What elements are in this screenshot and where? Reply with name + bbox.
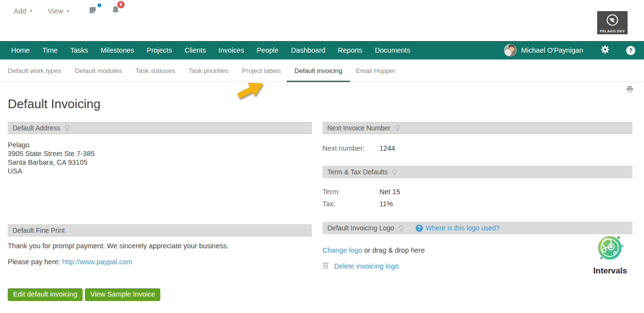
term-value: Net 15 bbox=[379, 188, 400, 196]
notification-count-badge: 6 bbox=[117, 1, 125, 8]
printer-icon bbox=[626, 87, 634, 95]
settings-button[interactable] bbox=[601, 45, 610, 56]
fine-print-pay-line: Please pay here: http://www.paypal.com bbox=[8, 258, 312, 266]
nav-item-milestones[interactable]: Milestones bbox=[94, 46, 140, 54]
section-header-default-invoicing-logo: Default Invoicing Logo ? Where is this l… bbox=[322, 222, 632, 234]
left-column: Default Address Pelago 3905 State Street… bbox=[8, 122, 312, 301]
tax-value: 11% bbox=[379, 200, 393, 208]
nav-item-tasks[interactable]: Tasks bbox=[64, 46, 94, 54]
next-number-label: Next number: bbox=[322, 144, 379, 152]
settings-subnav: Default work types Default modules Task … bbox=[0, 59, 644, 82]
invoicing-logo-preview: Intervals bbox=[592, 233, 629, 276]
where-logo-used-link[interactable]: Where is this logo used? bbox=[426, 224, 500, 232]
section-title: Default Fine Print bbox=[13, 227, 65, 234]
nav-item-clients[interactable]: Clients bbox=[178, 46, 212, 54]
nav-item-home[interactable]: Home bbox=[5, 46, 36, 54]
brand-name: PELAGO DEV bbox=[600, 29, 625, 33]
top-utility-bar: Add ▾ View ▾ 6 bbox=[0, 0, 644, 41]
tab-project-labels[interactable]: Project labels bbox=[235, 67, 288, 82]
tab-default-modules[interactable]: Default modules bbox=[68, 67, 129, 82]
nav-item-projects[interactable]: Projects bbox=[140, 46, 178, 54]
view-menu-label: View bbox=[48, 7, 63, 15]
sticky-note-icon bbox=[88, 9, 97, 16]
logo-caption: Intervals bbox=[592, 266, 629, 276]
add-menu-label: Add bbox=[14, 7, 27, 15]
company-logo[interactable]: PELAGO DEV bbox=[597, 11, 628, 34]
change-logo-line: Change logoor drag & drop here bbox=[322, 246, 632, 254]
nav-item-dashboard[interactable]: Dashboard bbox=[285, 46, 332, 54]
notifications-bell-button[interactable]: 6 bbox=[111, 5, 121, 16]
notes-button[interactable] bbox=[88, 6, 97, 16]
pay-line-prefix: Please pay here: bbox=[8, 258, 62, 266]
unread-indicator-dot bbox=[98, 3, 101, 7]
caret-down-icon: ▾ bbox=[67, 8, 69, 14]
nav-item-reports[interactable]: Reports bbox=[332, 46, 369, 54]
print-button[interactable] bbox=[626, 85, 634, 95]
action-row bbox=[0, 82, 644, 97]
tab-default-invoicing[interactable]: Default invoicing bbox=[288, 67, 349, 82]
user-avatar[interactable] bbox=[504, 44, 517, 57]
address-line: USA bbox=[8, 167, 312, 175]
section-title: Term & Tax Defaults bbox=[327, 168, 388, 176]
view-sample-invoice-button[interactable]: View Sample Invoice bbox=[85, 288, 160, 301]
add-menu-button[interactable]: Add ▾ bbox=[14, 7, 32, 15]
tab-task-priorities[interactable]: Task priorities bbox=[182, 67, 235, 82]
user-name[interactable]: Michael O'Paynigan bbox=[521, 46, 583, 54]
lightbulb-icon[interactable] bbox=[399, 225, 404, 232]
lightbulb-icon[interactable] bbox=[392, 169, 397, 176]
pelago-logo-mark-icon bbox=[605, 13, 619, 29]
default-address-block: Pelago 3905 State Street Ste 7-385 Santa… bbox=[8, 141, 312, 175]
section-header-next-invoice-number: Next Invoice Number bbox=[322, 122, 632, 134]
gear-icon bbox=[601, 48, 610, 56]
term-label: Term: bbox=[322, 188, 379, 196]
drag-drop-text: or drag & drop here bbox=[364, 246, 425, 254]
view-menu-button[interactable]: View ▾ bbox=[48, 7, 69, 15]
button-row: Edit default invoicing View Sample Invoi… bbox=[8, 288, 312, 301]
nav-item-people[interactable]: People bbox=[251, 46, 285, 54]
section-header-default-fine-print: Default Fine Print bbox=[8, 224, 312, 237]
address-line: Santa Barbara, CA 93105 bbox=[8, 158, 312, 167]
section-title: Default Address bbox=[13, 124, 60, 132]
term-row: Term: Net 15 bbox=[322, 188, 632, 196]
paypal-link[interactable]: http://www.paypal.com bbox=[62, 258, 132, 266]
address-line: 3905 State Street Ste 7-385 bbox=[8, 149, 312, 158]
address-line: Pelago bbox=[8, 141, 312, 149]
right-column: Next Invoice Number Next number: 1244 Te… bbox=[322, 122, 632, 301]
bell-icon bbox=[111, 9, 121, 16]
intervals-logo-icon bbox=[594, 257, 627, 265]
edit-default-invoicing-button[interactable]: Edit default invoicing bbox=[8, 288, 83, 301]
tab-default-work-types[interactable]: Default work types bbox=[8, 67, 68, 82]
content-columns: Default Address Pelago 3905 State Street… bbox=[0, 122, 644, 301]
tab-task-statuses[interactable]: Task statuses bbox=[129, 67, 182, 82]
lightbulb-icon[interactable] bbox=[395, 125, 400, 132]
section-title: Default Invoicing Logo bbox=[327, 224, 394, 232]
lightbulb-icon[interactable] bbox=[65, 125, 70, 132]
delete-invoicing-logo-label: Delete invoicing logo bbox=[334, 262, 399, 270]
tax-label: Tax: bbox=[322, 200, 379, 208]
page-title: Default Invoicing bbox=[8, 97, 644, 112]
primary-nav: Home Time Tasks Milestones Projects Clie… bbox=[0, 41, 644, 59]
section-title: Next Invoice Number bbox=[327, 124, 391, 132]
next-number-value: 1244 bbox=[379, 144, 395, 152]
tab-email-hopper[interactable]: Email Hopper bbox=[349, 67, 402, 82]
caret-down-icon: ▾ bbox=[30, 8, 32, 14]
next-number-row: Next number: 1244 bbox=[322, 144, 632, 152]
invoicing-logo-section: Default Invoicing Logo ? Where is this l… bbox=[322, 222, 632, 271]
section-header-term-tax-defaults: Term & Tax Defaults bbox=[322, 166, 632, 178]
trash-icon bbox=[322, 262, 329, 270]
tax-row: Tax: 11% bbox=[322, 200, 632, 208]
nav-item-time[interactable]: Time bbox=[36, 46, 64, 54]
nav-item-invoices[interactable]: Invoices bbox=[212, 46, 250, 54]
section-header-default-address: Default Address bbox=[8, 122, 312, 134]
nav-item-documents[interactable]: Documents bbox=[369, 46, 417, 54]
delete-invoicing-logo-link[interactable]: Delete invoicing logo bbox=[322, 262, 399, 270]
change-logo-link[interactable]: Change logo bbox=[322, 246, 362, 254]
help-icon[interactable]: ? bbox=[626, 46, 635, 55]
question-circle-icon: ? bbox=[416, 225, 423, 232]
fine-print-message: Thank you for prompt payment. We sincere… bbox=[8, 242, 312, 250]
